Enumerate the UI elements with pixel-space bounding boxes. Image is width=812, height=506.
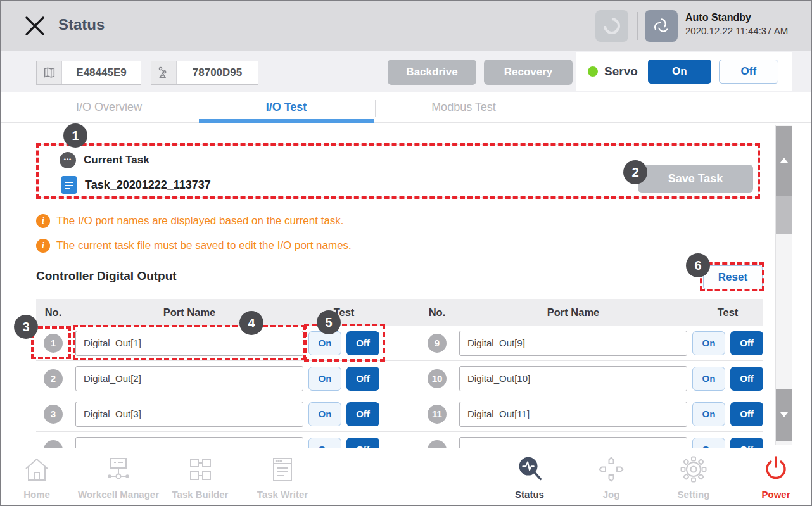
servo-off-button[interactable]: Off [719, 60, 778, 84]
column-header-no: No. [36, 307, 70, 319]
column-header-port-name: Port Name [459, 307, 687, 319]
nav-status[interactable]: Status [482, 448, 577, 506]
table-row: 1 On Off 9 On Off [36, 326, 763, 361]
test-off-button[interactable]: Off [346, 331, 379, 355]
port-name-input[interactable] [459, 402, 687, 427]
status-icon [513, 453, 546, 486]
jog-icon [596, 453, 626, 486]
nav-setting[interactable]: Setting [646, 448, 741, 506]
test-on-button[interactable]: On [692, 331, 725, 355]
header-divider [637, 12, 638, 40]
callout-3: 3 [14, 315, 38, 339]
port-name-input[interactable] [459, 366, 687, 391]
column-header-port-name: Port Name [75, 307, 303, 319]
nav-task-writer[interactable]: Task Writer [235, 448, 330, 506]
robot-arm-icon [151, 61, 177, 84]
test-off-button[interactable]: Off [730, 438, 763, 448]
controller-icon [37, 61, 62, 84]
robot-mode-label: Auto Standby [685, 12, 788, 23]
section-title: Controller Digital Output [36, 269, 177, 283]
test-on-button[interactable]: On [308, 331, 341, 355]
servo-on-button[interactable]: On [648, 60, 711, 84]
test-on-button[interactable]: On [308, 402, 341, 426]
test-on-button[interactable]: On [692, 367, 725, 391]
close-icon[interactable] [22, 13, 48, 39]
callout-4: 4 [239, 311, 263, 335]
info-icon: i [36, 214, 50, 228]
tab-bar: I/O Overview I/O Test Modbus Test [1, 92, 811, 123]
callout-1: 1 [63, 123, 87, 148]
test-on-button[interactable]: On [308, 367, 341, 391]
tab-divider [198, 100, 198, 117]
test-off-button[interactable]: Off [346, 367, 379, 391]
port-name-input[interactable] [459, 331, 687, 356]
test-on-button[interactable]: On [308, 438, 341, 448]
port-number-badge: 3 [44, 405, 63, 424]
setting-icon [678, 453, 709, 486]
recovery-button[interactable]: Recovery [484, 60, 573, 85]
task-writer-icon [267, 453, 298, 486]
auto-standby-button[interactable] [645, 10, 678, 42]
tab-io-overview[interactable]: I/O Overview [20, 92, 198, 122]
port-name-input[interactable] [75, 331, 303, 356]
toolbar: E48445E9 78700D95 Backdrive Recovery Ser… [1, 51, 811, 92]
test-off-button[interactable]: Off [730, 402, 763, 426]
tab-modbus-test[interactable]: Modbus Test [375, 92, 552, 122]
test-off-button[interactable]: Off [346, 402, 379, 426]
ellipsis-icon: ••• [60, 152, 76, 168]
nav-workcell-manager[interactable]: Workcell Manager [71, 448, 166, 506]
port-number-badge: 11 [428, 405, 447, 424]
workcell-manager-icon [103, 453, 134, 486]
port-number-badge [428, 440, 447, 448]
app-window: Status Auto Standby 2020.12.22 11:44:37 … [0, 0, 812, 506]
scrollbar-down-button[interactable] [776, 389, 792, 441]
page-title: Status [58, 16, 105, 34]
scrollbar[interactable] [775, 125, 792, 445]
task-builder-icon [185, 453, 215, 486]
scroll-down-icon [780, 412, 788, 417]
port-number-badge: 10 [428, 369, 447, 388]
scrollbar-thumb[interactable] [776, 196, 792, 234]
scroll-up-icon [780, 158, 788, 163]
tab-io-test[interactable]: I/O Test [198, 92, 375, 122]
timestamp: 2020.12.22 11:44:37 AM [685, 25, 788, 36]
servo-status-dot [588, 66, 598, 77]
test-on-button[interactable]: On [692, 438, 725, 448]
port-name-input[interactable] [75, 437, 303, 448]
table-row: 3 On Off 11 On Off [36, 396, 763, 432]
nav-power[interactable]: Power [728, 448, 812, 506]
controller-id-field[interactable]: E48445E9 [36, 61, 141, 85]
robot-id-field[interactable]: 78700D95 [151, 61, 258, 85]
test-off-button[interactable]: Off [730, 367, 763, 391]
backdrive-button[interactable]: Backdrive [388, 60, 476, 85]
scrollbar-up-button[interactable] [776, 126, 792, 196]
nav-jog[interactable]: Jog [564, 448, 659, 506]
info-icon: i [36, 239, 50, 253]
test-off-button[interactable]: Off [730, 331, 763, 355]
controller-id-value: E48445E9 [62, 61, 141, 84]
home-icon [22, 453, 52, 486]
port-number-badge: 9 [428, 334, 447, 353]
port-name-input[interactable] [75, 366, 303, 391]
port-number-badge [44, 440, 63, 448]
notice-text: The I/O port names are displayed based o… [56, 214, 344, 228]
save-task-button[interactable]: Save Task [638, 165, 753, 193]
nav-task-builder[interactable]: Task Builder [153, 448, 248, 506]
power-icon [761, 453, 791, 486]
table-row: 2 On Off 10 On Off [36, 361, 763, 396]
port-name-input[interactable] [459, 437, 687, 448]
refresh-button[interactable] [595, 10, 628, 42]
table-row-partial: On Off On Off [36, 432, 763, 448]
table-header: No. Port Name Test No. Port Name Test [36, 299, 763, 326]
callout-6: 6 [686, 253, 710, 277]
column-header-test: Test [692, 307, 763, 319]
bottom-nav: Home Workcell Manager Task Builder Task … [1, 448, 811, 506]
test-off-button[interactable]: Off [346, 438, 379, 448]
notice-text: The current task file must be saved to e… [56, 239, 352, 253]
port-number-badge: 1 [44, 334, 63, 353]
test-on-button[interactable]: On [692, 402, 725, 426]
port-name-input[interactable] [75, 402, 303, 427]
task-file-icon [61, 176, 77, 194]
reset-button[interactable]: Reset [703, 265, 763, 289]
robot-mode-status: Auto Standby 2020.12.22 11:44:37 AM [685, 12, 788, 36]
